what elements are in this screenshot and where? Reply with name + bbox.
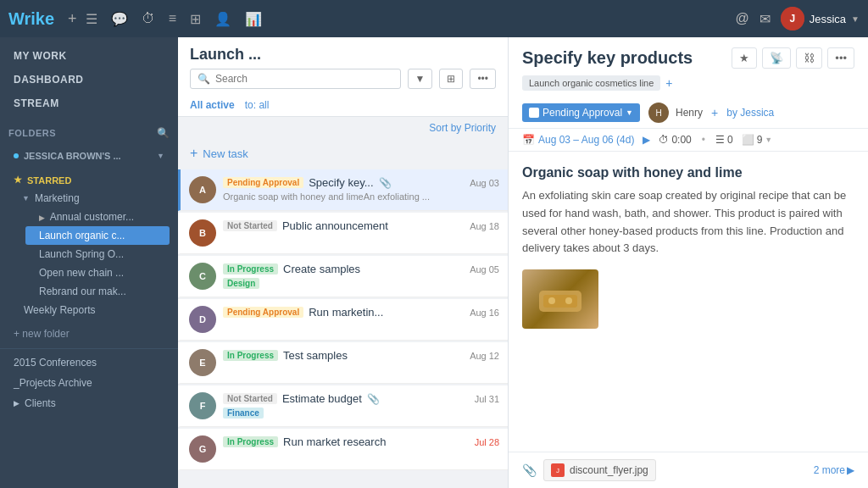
task-content: Not Started Public announcement Aug 18 [223, 219, 499, 235]
attachment-item[interactable]: J discount_flyer.jpg [543, 459, 656, 481]
chart-icon[interactable]: 📊 [245, 11, 262, 27]
detail-title: Specify key products [522, 48, 725, 68]
more-button[interactable]: ••• [827, 47, 854, 69]
table-row[interactable]: D Pending Approval Run marketin... Aug 1… [178, 299, 508, 341]
subscribe-button[interactable]: 📡 [762, 47, 791, 69]
new-task-button[interactable]: + New task [178, 139, 508, 168]
avatar: C [189, 263, 216, 290]
add-button[interactable]: + [68, 10, 77, 28]
add-project-tag-icon[interactable]: + [665, 76, 672, 90]
project-tag-label[interactable]: Launch organic cosmetics line [522, 75, 660, 91]
avatar: J [781, 7, 804, 30]
sidebar-item-launch-spring[interactable]: Launch Spring O... [25, 245, 170, 263]
time-tracker[interactable]: ⏱ 0:00 [659, 134, 691, 146]
timer-icon[interactable]: ⏱ [142, 11, 155, 26]
soap-illustration [535, 282, 586, 316]
task-title: Specify key... [309, 176, 373, 189]
table-row[interactable]: G In Progress Run market research Jul 28 [178, 429, 508, 470]
sidebar: MY WORK DASHBOARD STREAM FOLDERS 🔍 JESSI… [0, 37, 178, 488]
sidebar-starred-label[interactable]: ★ STARRED [8, 171, 170, 189]
detail-project-tag: Launch organic cosmetics line + [522, 75, 854, 91]
search-box[interactable]: 🔍 [190, 69, 401, 89]
list-icon[interactable]: ≡ [169, 11, 176, 26]
task-date: Aug 03 [470, 178, 499, 188]
svg-rect-1 [543, 295, 577, 308]
add-assignee-icon[interactable]: + [711, 106, 718, 119]
jessica-link[interactable]: Jessica [740, 107, 774, 119]
table-row[interactable]: E In Progress Test samples Aug 12 [178, 342, 508, 384]
task-date: Aug 05 [470, 264, 499, 274]
mentions-icon[interactable]: @ [735, 11, 748, 26]
sidebar-item-annual[interactable]: ▶ Annual customer... [25, 208, 170, 226]
status-badge: Not Started [223, 220, 277, 231]
task-date: Aug 12 [470, 351, 499, 361]
status-badge: Pending Approval [223, 177, 303, 188]
task-top: In Progress Create samples Aug 05 [223, 263, 499, 275]
arrow-down-icon: ▼ [22, 194, 30, 202]
detail-body: Organic soap with honey and lime An exfo… [509, 152, 868, 452]
table-row[interactable]: F Not Started Estimate budget 📎 Jul 31 F… [178, 385, 508, 427]
menu-icon[interactable]: ☰ [86, 11, 97, 27]
inbox-icon[interactable]: ✉ [760, 11, 771, 27]
user-menu[interactable]: J Jessica ▼ [781, 7, 860, 30]
sidebar-nav: MY WORK DASHBOARD STREAM [0, 37, 178, 122]
detail-panel: Specify key products ★ 📡 ⛓ ••• Launch or… [509, 37, 868, 488]
detail-title-row: Specify key products ★ 📡 ⛓ ••• [522, 47, 854, 69]
more-attachments-button[interactable]: 2 more ▶ [814, 464, 854, 476]
table-row[interactable]: C In Progress Create samples Aug 05 Desi… [178, 256, 508, 297]
task-content: In Progress Create samples Aug 05 Design [223, 263, 499, 289]
sidebar-item-launch-organic[interactable]: Launch organic c... [25, 226, 170, 245]
person-icon[interactable]: 👤 [214, 11, 231, 27]
filter-all-active[interactable]: All active [190, 99, 235, 111]
task-title: Run marketin... [309, 306, 383, 319]
sort-value[interactable]: Priority [465, 122, 496, 134]
by-user-label: by Jessica [726, 107, 774, 119]
sidebar-marketing-items: ▶ Annual customer... Launch organic c...… [17, 208, 170, 301]
layout-button[interactable]: ⊞ [439, 69, 463, 89]
sidebar-jessica-brown[interactable]: JESSICA BROWN'S ... ▼ [8, 147, 170, 164]
sidebar-item-open-new-chain[interactable]: Open new chain ... [25, 263, 170, 282]
dot-sep: • [702, 134, 705, 146]
task-tags: Design [223, 278, 499, 289]
main-layout: MY WORK DASHBOARD STREAM FOLDERS 🔍 JESSI… [0, 37, 868, 488]
app-logo[interactable]: Wrike [8, 9, 54, 29]
calendar-icon: 📅 [522, 134, 535, 146]
detail-header: Specify key products ★ 📡 ⛓ ••• Launch or… [509, 37, 868, 129]
add-folder-button[interactable]: + new folder [0, 323, 178, 345]
search-input[interactable] [215, 73, 393, 85]
link-button[interactable]: ⛓ [796, 47, 822, 69]
folder-search-icon[interactable]: 🔍 [157, 127, 170, 139]
filter-button[interactable]: ▼ [408, 69, 433, 89]
task-list-panel: Launch ... 🔍 ▼ ⊞ ••• All active to: all … [178, 37, 509, 488]
sidebar-item-weekly-reports[interactable]: Weekly Reports [17, 301, 170, 319]
sidebar-item-clients[interactable]: ▶ Clients [0, 393, 178, 413]
tasklist-title: Launch ... [190, 46, 496, 64]
filter-to-all[interactable]: to: all [245, 99, 270, 111]
chevron-down-icon: ▼ [157, 152, 164, 160]
table-icon[interactable]: ⊞ [190, 11, 201, 27]
dates-calendar[interactable]: 📅 Aug 03 – Aug 06 (4d) [522, 134, 634, 146]
sidebar-item-mywork[interactable]: MY WORK [0, 44, 178, 68]
status-selector[interactable]: Pending Approval ▼ [522, 103, 640, 122]
task-content: Not Started Estimate budget 📎 Jul 31 Fin… [223, 392, 499, 419]
status-badge: In Progress [223, 436, 278, 447]
comment-icon[interactable]: 💬 [111, 11, 128, 27]
product-image [522, 269, 598, 329]
more-options-button[interactable]: ••• [470, 69, 496, 89]
sidebar-marketing-toggle[interactable]: ▼ Marketing [17, 189, 170, 208]
task-title: Create samples [283, 263, 360, 275]
detail-meta-bar: Pending Approval ▼ H Henry + by Jessica [522, 97, 854, 128]
sidebar-item-rebrand[interactable]: Rebrand our mak... [25, 282, 170, 301]
attachments-counter[interactable]: ⬜ 9 ▼ [742, 134, 773, 146]
sidebar-item-stream[interactable]: STREAM [0, 92, 178, 115]
table-row[interactable]: A Pending Approval Specify key... 📎 Aug … [178, 169, 508, 211]
sidebar-item-dashboard[interactable]: DASHBOARD [0, 68, 178, 92]
sidebar-item-2015-conferences[interactable]: 2015 Conferences [0, 352, 178, 373]
play-icon[interactable]: ▶ [643, 134, 650, 146]
sidebar-item-projects-archive[interactable]: _Projects Archive [0, 373, 178, 393]
table-row[interactable]: B Not Started Public announcement Aug 18 [178, 213, 508, 254]
status-checkbox [529, 108, 539, 118]
star-button[interactable]: ★ [732, 47, 757, 69]
status-badge: Not Started [223, 393, 277, 404]
subtasks-counter[interactable]: ☰ 0 [715, 134, 733, 146]
